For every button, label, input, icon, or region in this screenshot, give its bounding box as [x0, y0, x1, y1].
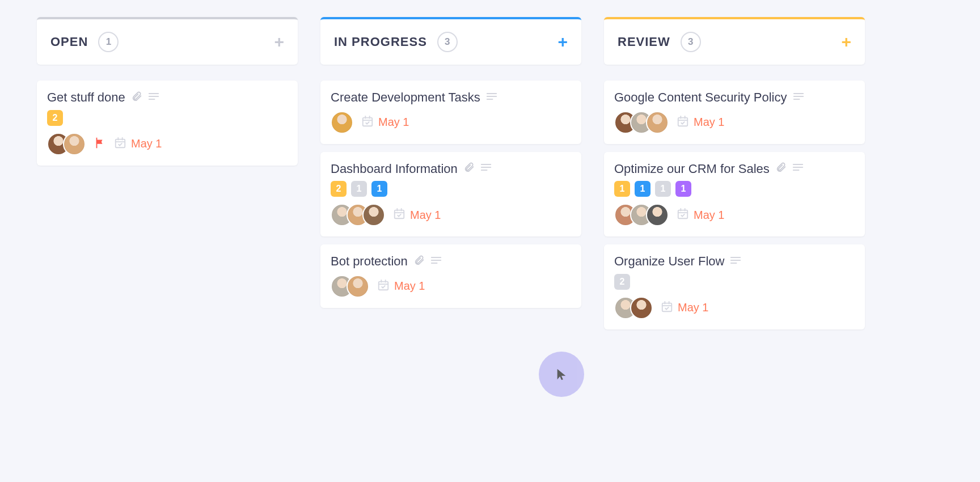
assignees[interactable]	[47, 133, 86, 155]
column-in-progress: IN PROGRESS3+Create Development TasksMay…	[320, 17, 581, 329]
column-header[interactable]: REVIEW3+	[604, 17, 865, 65]
subtask-badge[interactable]: 1	[655, 181, 671, 197]
subtask-badge[interactable]: 1	[614, 181, 630, 197]
avatar[interactable]	[646, 204, 669, 226]
column-open: OPEN1+Get stuff done2May 1	[37, 17, 298, 329]
subtask-badge[interactable]: 2	[47, 110, 63, 126]
assignees[interactable]	[331, 204, 385, 226]
assignees[interactable]	[331, 275, 369, 298]
svg-rect-10	[363, 117, 373, 126]
description-icon	[486, 92, 497, 103]
due-date[interactable]: May 1	[677, 115, 724, 130]
assignees[interactable]	[614, 111, 669, 134]
cards-list: Create Development TasksMay 1Dashboard I…	[320, 81, 581, 308]
description-icon	[793, 92, 804, 103]
subtask-badges: 2	[614, 274, 855, 290]
assignees[interactable]	[614, 204, 669, 226]
avatar[interactable]	[646, 111, 669, 134]
due-date[interactable]: May 1	[114, 137, 162, 151]
subtask-badge[interactable]: 1	[351, 181, 367, 197]
due-date[interactable]: May 1	[393, 208, 441, 222]
task-card[interactable]: Bot protectionMay 1	[320, 244, 581, 308]
column-header[interactable]: IN PROGRESS3+	[320, 17, 581, 65]
avatar[interactable]	[630, 297, 653, 319]
card-title: Organize User Flow	[614, 253, 724, 269]
column-count: 3	[681, 32, 701, 52]
task-card[interactable]: Google Content Security PolicyMay 1	[604, 81, 865, 144]
due-date[interactable]: May 1	[377, 279, 425, 294]
calendar-icon	[677, 115, 689, 130]
subtask-badge[interactable]: 1	[675, 181, 691, 197]
due-date-text: May 1	[131, 137, 162, 150]
due-date-text: May 1	[378, 116, 409, 129]
column-count: 3	[437, 32, 458, 52]
due-date-text: May 1	[394, 280, 425, 293]
description-icon	[148, 92, 159, 103]
card-footer: May 1	[331, 204, 571, 226]
card-title: Google Content Security Policy	[614, 90, 787, 105]
avatar[interactable]	[331, 111, 353, 134]
column-title: REVIEW	[618, 35, 670, 49]
card-title: Optimize our CRM for Sales	[614, 161, 770, 177]
add-task-button[interactable]: +	[841, 33, 851, 50]
assignees[interactable]	[331, 111, 353, 134]
due-date-text: May 1	[694, 209, 724, 222]
priority-flag-icon[interactable]	[94, 137, 106, 151]
card-footer: May 1	[614, 111, 855, 134]
calendar-icon	[114, 137, 126, 151]
task-card[interactable]: Optimize our CRM for Sales1111May 1	[604, 152, 865, 237]
column-header[interactable]: OPEN1+	[37, 17, 298, 65]
avatar[interactable]	[362, 204, 385, 226]
task-card[interactable]: Create Development TasksMay 1	[320, 81, 581, 144]
due-date[interactable]: May 1	[361, 115, 409, 130]
card-header: Dashboard Information	[331, 161, 571, 177]
avatar[interactable]	[347, 275, 369, 298]
svg-rect-24	[379, 281, 388, 290]
card-footer: May 1	[47, 133, 288, 155]
due-date[interactable]: May 1	[661, 301, 708, 315]
subtask-badge[interactable]: 1	[635, 181, 650, 197]
svg-rect-3	[116, 139, 125, 147]
subtask-badges: 1111	[614, 181, 855, 197]
task-card[interactable]: Organize User Flow2May 1	[604, 244, 865, 329]
attachment-icon	[131, 91, 142, 104]
attachment-icon	[413, 255, 425, 268]
card-footer: May 1	[331, 275, 571, 298]
column-review: REVIEW3+Google Content Security PolicyMa…	[604, 17, 865, 329]
subtask-badge[interactable]: 2	[331, 181, 347, 197]
attachment-icon	[463, 162, 475, 175]
svg-rect-45	[662, 303, 672, 311]
svg-rect-31	[678, 117, 688, 126]
add-task-button[interactable]: +	[274, 33, 284, 50]
card-footer: May 1	[614, 297, 855, 319]
calendar-icon	[361, 115, 374, 130]
subtask-badges: 2	[47, 110, 288, 126]
avatar[interactable]	[63, 133, 86, 155]
subtask-badges: 211	[331, 181, 571, 197]
subtask-badge[interactable]: 2	[614, 274, 630, 290]
subtask-badge[interactable]: 1	[371, 181, 387, 197]
due-date-text: May 1	[410, 209, 441, 222]
due-date-text: May 1	[694, 116, 724, 129]
card-header: Optimize our CRM for Sales	[614, 161, 855, 177]
card-footer: May 1	[614, 204, 855, 226]
attachment-icon	[775, 162, 787, 175]
svg-rect-38	[678, 210, 688, 219]
due-date[interactable]: May 1	[677, 208, 724, 222]
description-icon	[430, 256, 442, 267]
card-footer: May 1	[331, 111, 571, 134]
svg-rect-17	[395, 210, 404, 219]
description-icon	[480, 163, 492, 174]
task-card[interactable]: Get stuff done2May 1	[37, 81, 298, 166]
assignees[interactable]	[614, 297, 653, 319]
card-header: Get stuff done	[47, 90, 288, 105]
add-task-button[interactable]: +	[557, 33, 568, 50]
column-count: 1	[98, 32, 119, 52]
task-card[interactable]: Dashboard Information211May 1	[320, 152, 581, 237]
due-date-text: May 1	[678, 301, 708, 314]
cursor-indicator	[539, 352, 584, 397]
calendar-icon	[661, 301, 673, 315]
calendar-icon	[377, 279, 390, 294]
column-title: IN PROGRESS	[334, 35, 427, 49]
calendar-icon	[393, 208, 405, 222]
